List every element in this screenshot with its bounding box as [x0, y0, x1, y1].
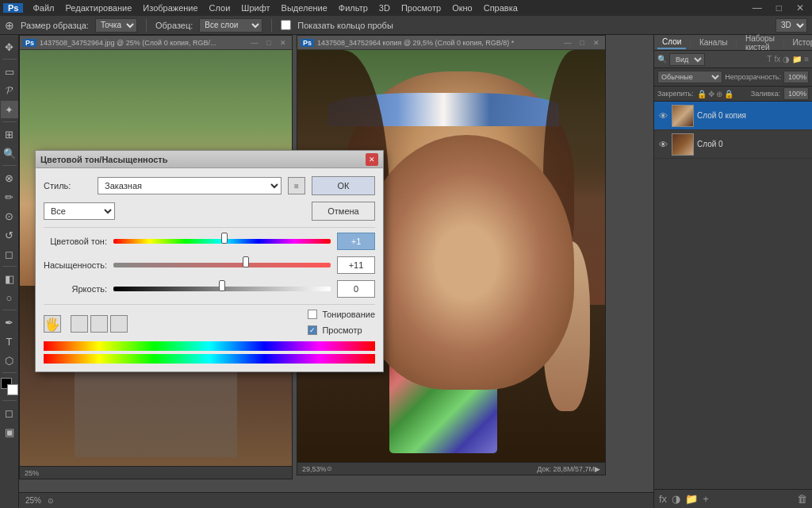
- canvas-area: Ps 1437508_34752964.jpg @ 25% (Слой 0 ко…: [19, 35, 653, 492]
- 3d-select[interactable]: 3D: [776, 18, 807, 33]
- menu-image[interactable]: Изображение: [138, 3, 202, 13]
- sample-select[interactable]: Все слои: [199, 18, 262, 33]
- toning-checkbox[interactable]: [308, 310, 317, 319]
- light-value-input[interactable]: [337, 280, 375, 298]
- doc1-close[interactable]: ✕: [278, 37, 289, 48]
- colorbar-result-row: [44, 354, 375, 364]
- menu-file[interactable]: Файл: [28, 3, 59, 13]
- marquee-tool[interactable]: ▭: [1, 63, 18, 80]
- dodge-tool[interactable]: ○: [1, 289, 18, 306]
- doc2-close[interactable]: ✕: [591, 37, 602, 48]
- menu-type[interactable]: Шрифт: [236, 3, 274, 13]
- light-thumb[interactable]: [219, 280, 225, 291]
- lasso-tool[interactable]: 𝓟: [1, 82, 18, 99]
- layer-item-0[interactable]: 👁 Слой 0: [654, 130, 812, 159]
- hue-value-input[interactable]: [337, 233, 375, 250]
- dialog-close-btn[interactable]: ✕: [366, 153, 378, 166]
- layer-item-copy[interactable]: 👁 Слой 0 копия: [654, 102, 812, 130]
- pin-icon-3[interactable]: ⊕: [716, 90, 722, 98]
- tool-separator5: [2, 310, 17, 310]
- foreground-background-colors[interactable]: [1, 378, 18, 395]
- restore-btn[interactable]: □: [772, 2, 787, 13]
- blend-mode-select[interactable]: Обычные: [657, 71, 722, 83]
- layers-folder-btn[interactable]: 📁: [685, 493, 698, 505]
- eyedropper-btn[interactable]: 🖐: [44, 315, 61, 333]
- menu-layers[interactable]: Слои: [205, 3, 236, 13]
- doc2-title: 1437508_34752964 копия @ 29,5% (Слой 0 к…: [317, 39, 559, 47]
- view-filter[interactable]: Вид: [669, 53, 705, 66]
- layers-icon-filter[interactable]: ≡: [804, 55, 809, 64]
- tool-separator2: [2, 121, 17, 122]
- brush-tool[interactable]: ✏: [1, 188, 18, 206]
- eyedropper-tool[interactable]: 🔍: [1, 144, 18, 162]
- screen-mode-btn[interactable]: ▣: [1, 423, 18, 441]
- layers-icon-folder[interactable]: 📁: [792, 55, 802, 64]
- layers-del-btn[interactable]: 🗑: [797, 493, 807, 505]
- doc1-maximize[interactable]: □: [263, 37, 274, 48]
- layers-adj-btn[interactable]: ◑: [672, 493, 680, 505]
- crop-tool[interactable]: ⊞: [1, 125, 18, 143]
- tool-separator7: [2, 400, 17, 401]
- sat-value-input[interactable]: [337, 256, 375, 274]
- layers-icon-fx[interactable]: fx: [774, 55, 780, 64]
- ok-button[interactable]: ОК: [312, 176, 375, 195]
- channel-select[interactable]: Все: [44, 202, 115, 220]
- size-select[interactable]: Точка: [95, 18, 137, 33]
- pin-icon-2[interactable]: ✥: [708, 90, 714, 98]
- colorbar-row: [44, 341, 375, 351]
- layers-icon-adj[interactable]: ◑: [783, 55, 790, 64]
- channels-tab[interactable]: Каналы: [695, 37, 733, 48]
- layer-visibility-0[interactable]: 👁: [657, 139, 668, 150]
- dropper3-btn[interactable]: 🖊-: [110, 315, 128, 333]
- cancel-button[interactable]: Отмена: [312, 202, 375, 221]
- path-tool[interactable]: ⬡: [1, 352, 18, 369]
- eraser-tool[interactable]: ◻: [1, 245, 18, 263]
- pin-icon-1[interactable]: 🔒: [697, 90, 707, 98]
- dropper2-btn[interactable]: 🖊+: [90, 315, 108, 333]
- close-btn[interactable]: ✕: [791, 2, 809, 13]
- dialog-body: Стиль: Заказная ≡ ОК Все Отмена: [36, 168, 383, 371]
- preset-btn[interactable]: ≡: [288, 177, 305, 194]
- layers-spacer: [654, 159, 812, 489]
- gradient-tool[interactable]: ◧: [1, 270, 18, 287]
- menu-window[interactable]: Окно: [447, 3, 477, 13]
- layer-thumb-0: [672, 133, 694, 156]
- brushsets-tab[interactable]: Наборы кистей: [741, 33, 779, 53]
- menu-help[interactable]: Справка: [479, 3, 523, 13]
- history-brush-tool[interactable]: ↺: [1, 226, 18, 244]
- layer-visibility-copy[interactable]: 👁: [657, 110, 668, 121]
- doc1-minimize[interactable]: —: [249, 37, 260, 48]
- history-tab[interactable]: История: [787, 37, 812, 48]
- fill-input[interactable]: [783, 87, 809, 100]
- menu-filter[interactable]: Фильтр: [334, 3, 373, 13]
- opacity-input[interactable]: [783, 71, 809, 83]
- minimize-btn[interactable]: —: [748, 2, 767, 13]
- menu-view[interactable]: Просмотр: [396, 3, 446, 13]
- colorbar-result: [44, 354, 375, 364]
- doc2-minimize[interactable]: —: [562, 37, 573, 48]
- layers-add-btn[interactable]: +: [703, 493, 709, 505]
- magic-wand-tool[interactable]: ✦: [1, 101, 18, 118]
- show-ring-checkbox[interactable]: [281, 20, 291, 30]
- type-tool[interactable]: T: [1, 333, 18, 350]
- edit-mode-btn[interactable]: ◻: [1, 404, 18, 421]
- layers-fx-btn[interactable]: fx: [659, 493, 667, 505]
- dropper1-btn[interactable]: 🖊: [71, 315, 88, 333]
- menu-select[interactable]: Выделение: [277, 3, 332, 13]
- eyedropper-row: 🖐 🖊 🖊+ 🖊-: [44, 312, 128, 336]
- clone-tool[interactable]: ⊙: [1, 207, 18, 225]
- pin-icon-4[interactable]: 🔒: [724, 90, 733, 98]
- layers-icon-t[interactable]: T: [767, 55, 772, 64]
- sat-thumb[interactable]: [243, 256, 249, 267]
- menu-3d[interactable]: 3D: [374, 3, 395, 13]
- doc2-maximize[interactable]: □: [576, 37, 588, 48]
- spot-heal-tool[interactable]: ⊗: [1, 169, 18, 187]
- move-tool[interactable]: ✥: [1, 38, 18, 56]
- background-color[interactable]: [7, 384, 18, 395]
- menu-edit[interactable]: Редактирование: [61, 3, 137, 13]
- preview-checkbox[interactable]: ✓: [308, 325, 317, 335]
- hue-thumb[interactable]: [221, 233, 228, 244]
- style-select[interactable]: Заказная: [98, 177, 282, 194]
- pen-tool[interactable]: ✒: [1, 314, 18, 331]
- layers-tab[interactable]: Слои: [657, 36, 686, 49]
